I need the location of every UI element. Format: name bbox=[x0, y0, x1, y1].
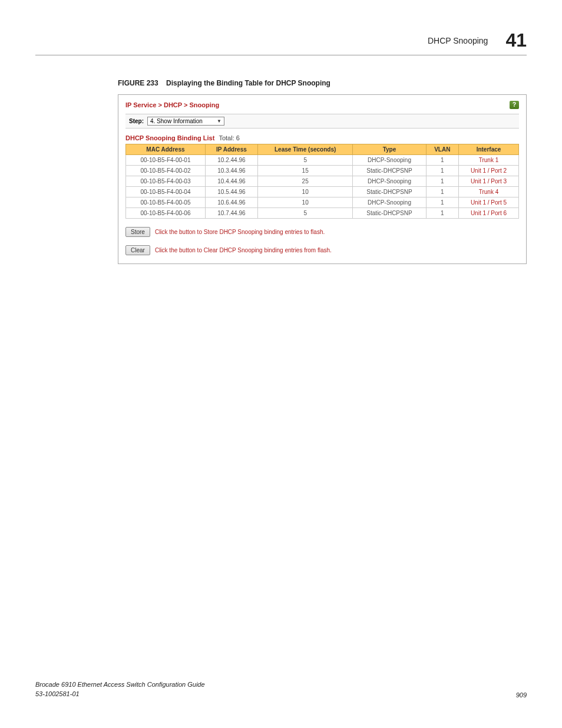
binding-list-title: DHCP Snooping Binding List Total: 6 bbox=[125, 134, 519, 141]
chapter-number: 41 bbox=[505, 29, 527, 51]
table-row: 00-10-B5-F4-00-0610.7.44.965Static-DHCPS… bbox=[126, 208, 519, 219]
cell-lease: 5 bbox=[257, 155, 352, 166]
binding-table: MAC Address IP Address Lease Time (secon… bbox=[125, 144, 519, 219]
table-row: 00-10-B5-F4-00-0510.6.44.9610DHCP-Snoopi… bbox=[126, 197, 519, 208]
cell-iface: Unit 1 / Port 2 bbox=[458, 166, 518, 176]
cell-lease: 10 bbox=[257, 187, 352, 197]
cell-type: Static-DHCPSNP bbox=[353, 166, 426, 176]
header-title: DHCP Snooping bbox=[428, 36, 488, 45]
cell-type: DHCP-Snooping bbox=[353, 155, 426, 166]
cell-lease: 15 bbox=[257, 166, 352, 176]
store-description: Click the button to Store DHCP Snooping … bbox=[155, 229, 325, 235]
step-value: 4. Show Information bbox=[150, 118, 203, 124]
figure-text: Displaying the Binding Table for DHCP Sn… bbox=[166, 79, 330, 87]
figure-label: FIGURE 233 bbox=[118, 79, 158, 87]
table-row: 00-10-B5-F4-00-0410.5.44.9610Static-DHCP… bbox=[126, 187, 519, 197]
cell-vlan: 1 bbox=[426, 187, 458, 197]
col-mac: MAC Address bbox=[126, 144, 206, 155]
page-number: 909 bbox=[516, 691, 527, 699]
cell-mac: 00-10-B5-F4-00-03 bbox=[126, 176, 206, 187]
col-lease: Lease Time (seconds) bbox=[257, 144, 352, 155]
cell-ip: 10.5.44.96 bbox=[205, 187, 257, 197]
cell-iface: Unit 1 / Port 3 bbox=[458, 176, 518, 187]
cell-ip: 10.2.44.96 bbox=[205, 155, 257, 166]
cell-type: DHCP-Snooping bbox=[353, 176, 426, 187]
cell-vlan: 1 bbox=[426, 166, 458, 176]
clear-button[interactable]: Clear bbox=[125, 245, 150, 255]
cell-vlan: 1 bbox=[426, 208, 458, 219]
clear-description: Click the button to Clear DHCP Snooping … bbox=[155, 247, 332, 253]
cell-ip: 10.4.44.96 bbox=[205, 176, 257, 187]
col-ip: IP Address bbox=[205, 144, 257, 155]
cell-iface: Trunk 1 bbox=[458, 155, 518, 166]
figure-caption: FIGURE 233 Displaying the Binding Table … bbox=[118, 79, 527, 87]
step-select[interactable]: 4. Show Information ▼ bbox=[147, 117, 224, 126]
footer-docnum: 53-1002581-01 bbox=[35, 690, 205, 699]
cell-type: Static-DHCPSNP bbox=[353, 208, 426, 219]
cell-mac: 00-10-B5-F4-00-04 bbox=[126, 187, 206, 197]
list-total: Total: 6 bbox=[219, 134, 239, 141]
table-row: 00-10-B5-F4-00-0310.4.44.9625DHCP-Snoopi… bbox=[126, 176, 519, 187]
cell-mac: 00-10-B5-F4-00-05 bbox=[126, 197, 206, 208]
cell-type: DHCP-Snooping bbox=[353, 197, 426, 208]
cell-iface: Unit 1 / Port 5 bbox=[458, 197, 518, 208]
cell-vlan: 1 bbox=[426, 176, 458, 187]
cell-lease: 10 bbox=[257, 197, 352, 208]
cell-lease: 25 bbox=[257, 176, 352, 187]
cell-ip: 10.7.44.96 bbox=[205, 208, 257, 219]
cell-ip: 10.3.44.96 bbox=[205, 166, 257, 176]
cell-type: Static-DHCPSNP bbox=[353, 187, 426, 197]
cell-mac: 00-10-B5-F4-00-02 bbox=[126, 166, 206, 176]
cell-lease: 5 bbox=[257, 208, 352, 219]
col-iface: Interface bbox=[458, 144, 518, 155]
table-header-row: MAC Address IP Address Lease Time (secon… bbox=[126, 144, 519, 155]
table-row: 00-10-B5-F4-00-0210.3.44.9615Static-DHCP… bbox=[126, 166, 519, 176]
page-footer: Brocade 6910 Ethernet Access Switch Conf… bbox=[35, 680, 527, 699]
cell-vlan: 1 bbox=[426, 155, 458, 166]
cell-mac: 00-10-B5-F4-00-06 bbox=[126, 208, 206, 219]
footer-guide: Brocade 6910 Ethernet Access Switch Conf… bbox=[35, 680, 205, 689]
breadcrumb: IP Service > DHCP > Snooping ? bbox=[125, 101, 519, 109]
config-panel: IP Service > DHCP > Snooping ? Step: 4. … bbox=[118, 94, 527, 264]
col-vlan: VLAN bbox=[426, 144, 458, 155]
chevron-down-icon: ▼ bbox=[217, 118, 222, 124]
cell-vlan: 1 bbox=[426, 197, 458, 208]
cell-mac: 00-10-B5-F4-00-01 bbox=[126, 155, 206, 166]
page-header: DHCP Snooping 41 bbox=[35, 29, 527, 55]
store-button[interactable]: Store bbox=[125, 227, 150, 237]
step-label: Step: bbox=[129, 118, 144, 124]
cell-iface: Trunk 4 bbox=[458, 187, 518, 197]
clear-row: Clear Click the button to Clear DHCP Sno… bbox=[125, 245, 519, 255]
table-row: 00-10-B5-F4-00-0110.2.44.965DHCP-Snoopin… bbox=[126, 155, 519, 166]
store-row: Store Click the button to Store DHCP Sno… bbox=[125, 227, 519, 237]
cell-ip: 10.6.44.96 bbox=[205, 197, 257, 208]
help-icon[interactable]: ? bbox=[510, 101, 519, 109]
list-title-text: DHCP Snooping Binding List bbox=[125, 134, 214, 141]
breadcrumb-path: IP Service > DHCP > Snooping bbox=[125, 101, 219, 108]
step-bar: Step: 4. Show Information ▼ bbox=[125, 114, 519, 129]
col-type: Type bbox=[353, 144, 426, 155]
cell-iface: Unit 1 / Port 6 bbox=[458, 208, 518, 219]
